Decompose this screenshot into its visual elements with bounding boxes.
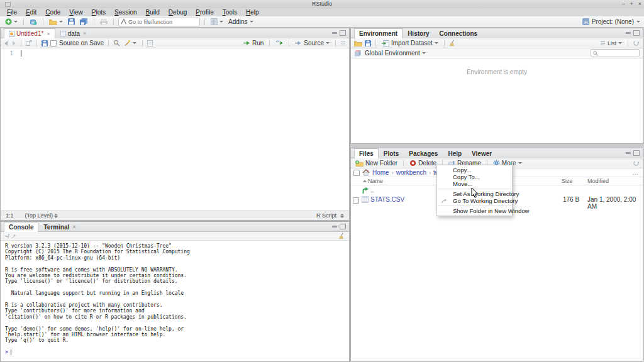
compile-report-icon[interactable] (147, 40, 153, 47)
new-folder-label: New Folder (365, 160, 397, 167)
panes-layout-button[interactable] (209, 18, 225, 26)
rerun-button[interactable] (274, 40, 284, 47)
menu-help[interactable]: Help (242, 8, 264, 16)
menu-session[interactable]: Session (110, 8, 142, 16)
tab-data-close-icon[interactable]: × (83, 30, 86, 36)
menu-view[interactable]: View (65, 8, 87, 16)
import-dataset-icon (382, 40, 389, 47)
column-header-name[interactable]: Name (368, 178, 383, 184)
close-button[interactable]: × (638, 0, 641, 8)
tab-data[interactable]: data × (55, 28, 92, 38)
file-type-selector[interactable]: R Script (316, 212, 344, 219)
console-output[interactable]: R version 3.2.3 (2015-12-10) -- "Wooden … (1, 241, 349, 361)
svg-text:R: R (584, 19, 588, 25)
environment-view-mode-button[interactable]: List (599, 40, 623, 47)
menu-edit[interactable]: Edit (21, 8, 41, 16)
menu-item-move[interactable]: Move... (437, 180, 512, 187)
svg-text:R: R (31, 20, 35, 25)
environment-maximize-icon[interactable] (633, 30, 640, 36)
file-checkbox[interactable] (353, 197, 359, 204)
rstudio-window: RStudio – + × File Edit Code View Plots … (0, 0, 644, 362)
files-minimize-icon[interactable] (626, 152, 631, 154)
save-button[interactable] (67, 18, 76, 26)
menu-tools[interactable]: Tools (218, 8, 242, 16)
menu-profile[interactable]: Profile (191, 8, 218, 16)
menu-file[interactable]: File (3, 8, 21, 16)
document-outline-icon[interactable] (340, 40, 346, 46)
load-workspace-icon[interactable] (354, 40, 362, 47)
save-all-button[interactable] (79, 18, 89, 26)
new-project-button[interactable]: R (28, 18, 38, 26)
menu-plots[interactable]: Plots (87, 8, 110, 16)
column-header-size[interactable]: Size (562, 178, 573, 184)
back-icon[interactable] (4, 41, 9, 46)
tab-plots[interactable]: Plots (379, 148, 404, 158)
open-file-button[interactable] (48, 18, 64, 26)
minimize-button[interactable]: – (621, 0, 625, 8)
tab-history[interactable]: History (402, 28, 434, 38)
search-icon (593, 51, 598, 56)
environment-scope-selector[interactable]: Global Environment (364, 49, 427, 57)
breadcrumb-home[interactable]: Home (372, 169, 389, 176)
tab-untitled1[interactable]: Untitled1* × (4, 28, 55, 38)
source-minimize-icon[interactable] (332, 32, 337, 34)
new-file-icon (5, 18, 12, 25)
new-file-button[interactable] (4, 18, 19, 26)
maximize-button[interactable]: + (630, 0, 633, 8)
breadcrumb-workbench[interactable]: workbench (396, 169, 426, 176)
tab-files[interactable]: Files (354, 148, 379, 158)
parent-directory-link[interactable]: .. (370, 187, 374, 194)
scope-selector[interactable]: (Top Level) (25, 212, 58, 219)
path-ellipsis-button[interactable]: … (632, 169, 640, 176)
tab-connections[interactable]: Connections (435, 28, 483, 38)
find-replace-icon[interactable] (113, 40, 120, 47)
tab-console[interactable]: Console (4, 222, 38, 232)
file-name-link[interactable]: STATS.CSV (370, 196, 404, 203)
menu-debug[interactable]: Debug (164, 8, 191, 16)
refresh-environment-icon[interactable] (633, 40, 640, 47)
home-icon[interactable] (362, 169, 370, 176)
column-header-modified[interactable]: Modified (587, 178, 609, 184)
save-workspace-icon[interactable] (365, 40, 371, 47)
project-menu-button[interactable]: R Project: (None) (582, 18, 640, 25)
console-minimize-icon[interactable] (332, 226, 337, 228)
import-dataset-button[interactable]: Import Dataset (380, 39, 440, 47)
menu-code[interactable]: Code (41, 8, 65, 16)
source-on-save-checkbox[interactable] (50, 40, 57, 47)
open-in-files-icon[interactable] (11, 234, 16, 239)
tab-help[interactable]: Help (443, 148, 467, 158)
source-maximize-icon[interactable] (340, 30, 346, 36)
console-maximize-icon[interactable] (340, 224, 346, 229)
new-folder-button[interactable]: New Folder (354, 159, 399, 167)
select-all-checkbox[interactable] (353, 170, 360, 176)
menu-item-show-folder-in-new-window[interactable]: Show Folder in New Window (437, 207, 512, 214)
new-folder-icon (355, 160, 364, 167)
delete-button[interactable]: Delete (408, 159, 438, 167)
environment-minimize-icon[interactable] (626, 32, 631, 34)
editor-area[interactable]: 1 (1, 48, 349, 211)
source-button[interactable]: Source (294, 39, 331, 47)
run-button[interactable]: Run (242, 39, 265, 47)
tab-environment[interactable]: Environment (354, 28, 402, 38)
tab-terminal[interactable]: Terminal × (38, 222, 80, 231)
tab-untitled1-close-icon[interactable]: × (47, 31, 50, 37)
menu-build[interactable]: Build (142, 8, 164, 16)
forward-icon[interactable] (11, 41, 16, 46)
menu-item-copy[interactable]: Copy... (437, 167, 512, 173)
code-tools-button[interactable] (123, 39, 138, 47)
print-button[interactable] (99, 18, 109, 26)
files-maximize-icon[interactable] (633, 150, 640, 156)
tab-packages[interactable]: Packages (404, 148, 443, 158)
menu-item-copy-to[interactable]: Copy To... (437, 173, 512, 180)
addins-button[interactable]: Addins (227, 18, 255, 26)
environment-search-input[interactable] (599, 50, 637, 56)
tab-terminal-close-icon[interactable]: × (72, 224, 75, 230)
save-icon[interactable] (42, 40, 48, 47)
popout-icon[interactable] (26, 40, 32, 46)
environment-tab-bar: Environment History Connections (351, 28, 643, 38)
tab-viewer[interactable]: Viewer (467, 148, 497, 158)
goto-file-input[interactable] (128, 19, 197, 25)
refresh-files-icon[interactable] (633, 160, 640, 167)
clear-console-broom-icon[interactable] (338, 233, 345, 239)
clear-environment-broom-icon[interactable] (449, 40, 456, 47)
